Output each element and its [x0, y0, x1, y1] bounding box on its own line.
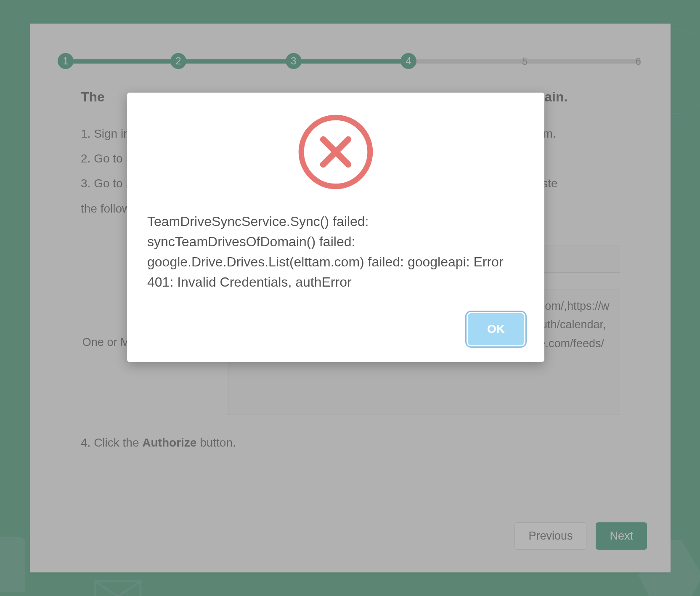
app-background: 1 2 3 4 5 6 The hidden behind modal text… — [0, 0, 700, 596]
modal-footer: OK — [147, 313, 524, 345]
error-message: TeamDriveSyncService.Sync() failed: sync… — [147, 211, 524, 292]
ok-button[interactable]: OK — [468, 313, 524, 345]
error-icon — [297, 113, 375, 191]
error-modal: TeamDriveSyncService.Sync() failed: sync… — [127, 93, 544, 362]
